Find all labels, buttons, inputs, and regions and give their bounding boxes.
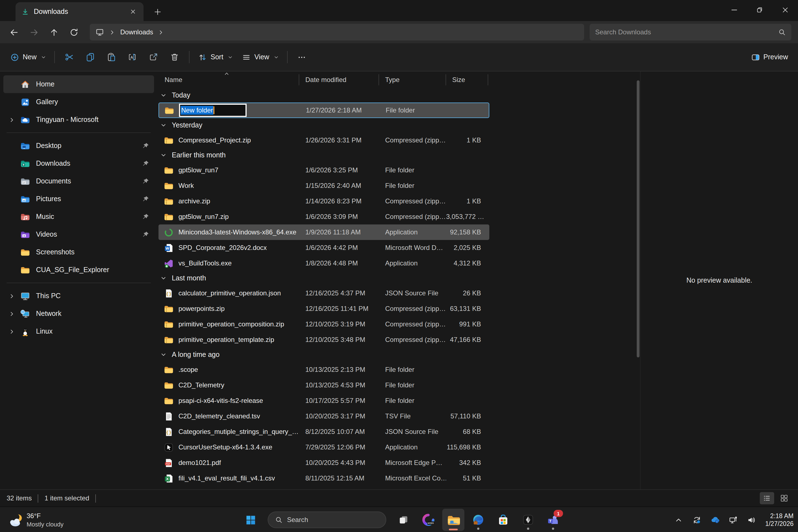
network-status-icon[interactable] bbox=[726, 512, 741, 528]
file-row-powerpoints-zip[interactable]: powerpoints.zip12/16/2025 11:41 PMCompre… bbox=[158, 301, 489, 317]
breadcrumb[interactable]: Downloads bbox=[120, 28, 153, 36]
search-icon[interactable] bbox=[778, 28, 786, 36]
delete-button[interactable] bbox=[164, 48, 185, 66]
teams-app[interactable]: T1 bbox=[542, 509, 564, 531]
column-header-date-modified[interactable]: Date modified bbox=[299, 74, 379, 86]
sort-button[interactable]: Sort bbox=[193, 48, 237, 66]
file-row-psapi-ci-x64-vitis-fs2-release[interactable]: psapi-ci-x64-vitis-fs2-release10/17/2025… bbox=[158, 393, 489, 408]
share-button[interactable] bbox=[143, 48, 164, 66]
sidebar-item-music[interactable]: Music bbox=[3, 208, 154, 226]
rename-button[interactable]: A bbox=[122, 48, 143, 66]
edge-browser-app[interactable] bbox=[467, 509, 489, 531]
file-row-vs-buildtools-exe[interactable]: vs_BuildTools.exe1/8/2026 4:48 PMApplica… bbox=[158, 255, 489, 271]
sidebar-item-pictures[interactable]: Pictures bbox=[3, 190, 154, 208]
taskbar-search[interactable]: Search bbox=[268, 512, 386, 528]
onedrive-cloud-icon[interactable]: i bbox=[708, 512, 723, 528]
file-row-gpt5low-run7[interactable]: gpt5low_run71/6/2026 3:25 PMFile folder bbox=[158, 163, 489, 178]
search-box[interactable]: Search Downloads bbox=[590, 24, 791, 40]
rename-input[interactable]: New folder bbox=[179, 103, 247, 117]
view-button[interactable]: View bbox=[237, 48, 283, 66]
sidebar-item-gallery[interactable]: Gallery bbox=[3, 93, 154, 111]
file-type: JSON Source File bbox=[379, 428, 446, 436]
sidebar-item-this-pc[interactable]: This PC bbox=[3, 287, 154, 305]
refresh-button[interactable] bbox=[64, 23, 83, 41]
column-header-size[interactable]: Size bbox=[446, 74, 488, 86]
file-row-demo1021-pdf[interactable]: PDFdemo1021.pdf10/20/2025 4:43 PMMicroso… bbox=[158, 455, 489, 471]
file-row-miniconda3-latest-windows-x86-64-exe[interactable]: Miniconda3-latest-Windows-x86_64.exe1/9/… bbox=[158, 225, 489, 240]
chevron-right-icon[interactable] bbox=[158, 29, 164, 35]
preview-button-label: Preview bbox=[763, 53, 788, 61]
tab-close-icon[interactable] bbox=[127, 5, 139, 18]
sidebar-item-tingyuan-microsoft[interactable]: Tingyuan - Microsoft bbox=[3, 111, 154, 129]
file-row-compressed-project-zip[interactable]: Compressed_Project.zip1/26/2026 3:31 PMC… bbox=[158, 132, 489, 148]
chevron-right-icon[interactable] bbox=[109, 29, 115, 35]
more-options-button[interactable] bbox=[291, 48, 312, 66]
chevron-right-icon[interactable] bbox=[5, 290, 18, 302]
details-view-button[interactable] bbox=[760, 492, 774, 504]
sidebar-item-linux[interactable]: Linux bbox=[3, 323, 154, 340]
paste-button[interactable] bbox=[101, 48, 122, 66]
cut-button[interactable] bbox=[59, 48, 80, 66]
large-icons-view-button[interactable] bbox=[777, 492, 791, 504]
sidebar-item-desktop[interactable]: Desktop bbox=[3, 137, 154, 155]
file-row-primitive-operation-composition-zip[interactable]: primitive_operation_composition.zip12/10… bbox=[158, 317, 489, 332]
weather-widget[interactable]: 36°F Mostly cloudy bbox=[4, 507, 67, 532]
file-row-categories-mutiple-strings-in-query-but[interactable]: {}Categories_mutiple_strings_in_query_bu… bbox=[158, 424, 489, 439]
sidebar-item-network[interactable]: Network bbox=[3, 305, 154, 323]
file-row-cursorusersetup-x64-1-3-4-exe[interactable]: CursorUserSetup-x64-1.3.4.exe7/29/2025 1… bbox=[158, 439, 489, 455]
preview-button[interactable]: Preview bbox=[746, 48, 793, 66]
file-row-work[interactable]: Work1/15/2026 2:40 AMFile folder bbox=[158, 178, 489, 193]
sidebar-item-downloads[interactable]: Downloads bbox=[3, 155, 154, 172]
restore-button[interactable] bbox=[747, 0, 773, 20]
address-bar[interactable]: Downloads bbox=[90, 24, 584, 40]
sidebar-item-screenshots[interactable]: Screenshots bbox=[3, 243, 154, 261]
volume-icon[interactable] bbox=[745, 512, 759, 528]
vertical-scrollbar[interactable] bbox=[637, 74, 640, 487]
up-button[interactable] bbox=[44, 23, 63, 41]
file-row-scope[interactable]: .scope10/13/2025 2:13 PMFile folder bbox=[158, 362, 489, 377]
sidebar-item-cua-sg-file-explorer[interactable]: CUA_SG_File_Explorer bbox=[3, 261, 154, 279]
file-row-fili-v4-1-eval-result-fili-v4-1-csv[interactable]: Xfili_v4.1_eval_result_fili_v4.1.csv8/11… bbox=[158, 471, 489, 486]
sidebar-item-home[interactable]: Home bbox=[3, 75, 154, 93]
group-header-a-long-time-ago[interactable]: A long time ago bbox=[157, 347, 640, 362]
chevron-right-icon[interactable] bbox=[5, 307, 18, 320]
forward-button[interactable] bbox=[24, 23, 43, 41]
scrollbar-thumb[interactable] bbox=[637, 80, 640, 358]
minimize-button[interactable] bbox=[722, 0, 747, 20]
group-header-yesterday[interactable]: Yesterday bbox=[157, 118, 640, 132]
close-button[interactable] bbox=[773, 0, 798, 20]
chevron-right-icon[interactable] bbox=[5, 325, 18, 338]
m365-copilot-app[interactable]: M365 bbox=[417, 509, 439, 531]
file-explorer-app[interactable] bbox=[442, 509, 464, 531]
task-view-button[interactable] bbox=[392, 509, 415, 531]
group-header-last-month[interactable]: Last month bbox=[157, 271, 640, 285]
tray-expand-button[interactable] bbox=[672, 512, 686, 528]
file-row-c2d-telemetry-cleaned-tsv[interactable]: C2D_telemetry_cleaned.tsv10/20/2025 3:17… bbox=[158, 408, 489, 424]
file-row-spd-corporate-2026v2-docx[interactable]: WSPD_Corporate_2026v2.docx1/6/2026 4:42 … bbox=[158, 240, 489, 255]
file-row-calculator-primitive-operation-json[interactable]: {}calculator_primitive_operation.json12/… bbox=[158, 285, 489, 301]
new-tab-button[interactable] bbox=[150, 4, 165, 19]
group-header-today[interactable]: Today bbox=[157, 88, 640, 102]
sidebar-item-videos[interactable]: Videos bbox=[3, 226, 154, 243]
new-button[interactable]: New bbox=[5, 48, 51, 66]
copy-button[interactable] bbox=[80, 48, 101, 66]
back-button[interactable] bbox=[4, 23, 23, 41]
file-row-archive-zip[interactable]: archive.zip1/14/2026 8:23 PMCompressed (… bbox=[158, 193, 489, 209]
file-row-git-2-50-1-64-bit-exe[interactable]: Git-2.50.1-64-bit.exe8/12/2025 11:48 AMA… bbox=[158, 486, 489, 489]
sync-status-icon[interactable] bbox=[690, 512, 704, 528]
taskbar-clock[interactable]: 2:18 AM 1/27/2026 bbox=[765, 512, 794, 528]
column-header-type[interactable]: Type bbox=[379, 74, 446, 86]
file-row-primitive-operation-template-zip[interactable]: primitive_operation_template.zip12/10/20… bbox=[158, 332, 489, 347]
dev-app[interactable] bbox=[517, 509, 539, 531]
tab-downloads[interactable]: Downloads bbox=[16, 2, 144, 21]
sidebar-item-documents[interactable]: Documents bbox=[3, 172, 154, 190]
chevron-right-icon[interactable] bbox=[5, 114, 18, 126]
chevron-down-icon bbox=[158, 120, 169, 130]
start-button[interactable] bbox=[240, 509, 262, 531]
file-row-new-folder[interactable]: New folder1/27/2026 2:18 AMFile folder bbox=[158, 102, 489, 118]
group-header-earlier-this-month[interactable]: Earlier this month bbox=[157, 148, 640, 163]
file-size: 51 KB bbox=[446, 474, 488, 482]
file-row-gpt5low-run7-zip[interactable]: gpt5low_run7.zip1/6/2026 3:09 PMCompress… bbox=[158, 209, 489, 225]
file-row-c2d-telemetry[interactable]: C2D_Telemetry10/13/2025 4:53 PMFile fold… bbox=[158, 377, 489, 393]
microsoft-store-app[interactable] bbox=[492, 509, 514, 531]
